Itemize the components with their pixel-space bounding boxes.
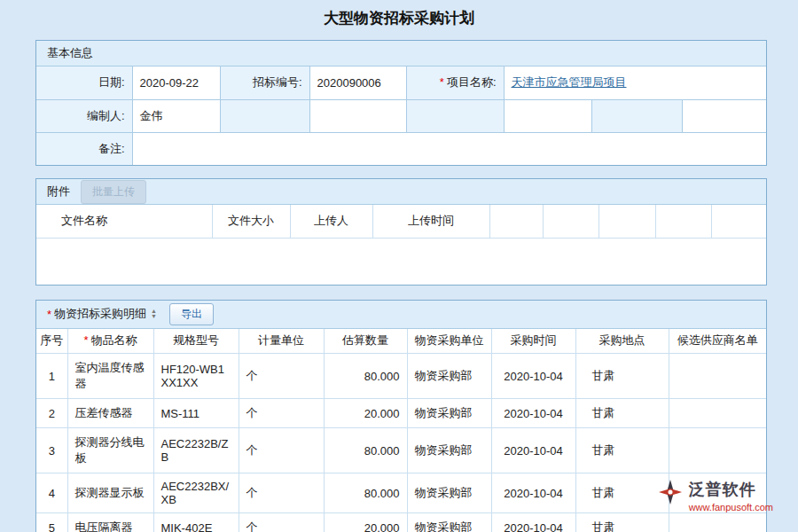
header-file-size: 文件大小 [212, 205, 290, 238]
header-upload-time: 上传时间 [372, 205, 489, 238]
cell-seq: 3 [36, 428, 67, 473]
detail-title: 物资招标采购明细 [54, 306, 146, 322]
empty-header-cell [489, 205, 543, 238]
basic-info-header: 基本信息 [36, 41, 766, 66]
cell-purchase-place: 甘肃 [575, 513, 669, 532]
header-item-name-text: 物品名称 [91, 333, 137, 347]
project-name-field: 天津市应急管理局项目 [504, 66, 766, 99]
date-label: 日期: [36, 66, 132, 99]
project-name-label-text: 项目名称: [447, 75, 497, 89]
empty-header-cell [598, 205, 655, 238]
date-field: 2020-09-22 [132, 66, 220, 99]
detail-row: 5 电压隔离器 MIK-402E 个 20.000 物资采购部 2020-10-… [36, 513, 766, 532]
detail-row: 1 室内温度传感器 HF120-WB1XX1XX 个 80.000 物资采购部 … [36, 354, 766, 399]
cell-item-name: 电压隔离器 [67, 513, 153, 532]
attachments-title: 附件 [47, 184, 70, 200]
empty-label-cell [220, 99, 309, 132]
cell-unit: 个 [239, 399, 324, 428]
empty-value-cell [682, 99, 766, 132]
bid-number-label: 招标编号: [220, 66, 309, 99]
attachments-panel: 附件 批量上传 文件名称 文件大小 上传人 上传时间 [35, 178, 767, 286]
project-name-link[interactable]: 天津市应急管理局项目 [512, 75, 627, 89]
cell-item-name: 探测器分线电板 [67, 428, 153, 473]
empty-label-cell [591, 99, 682, 132]
empty-label-cell [406, 99, 504, 132]
cell-purchase-time: 2020-10-04 [491, 473, 575, 513]
remark-label: 备注: [36, 132, 132, 165]
brand-website: www.fanpusoft.com [689, 502, 773, 512]
project-name-label: *项目名称: [406, 66, 504, 99]
cell-purchase-dept: 物资采购部 [407, 354, 491, 399]
cell-unit: 个 [239, 354, 324, 399]
header-est-qty: 估算数量 [324, 329, 407, 354]
cell-seq: 1 [36, 354, 67, 399]
cell-purchase-place: 甘肃 [575, 428, 669, 473]
cell-spec-model: MS-111 [153, 399, 239, 428]
cell-item-name: 压差传感器 [67, 399, 153, 428]
bid-number-field: 2020090006 [309, 66, 406, 99]
batch-upload-button[interactable]: 批量上传 [81, 180, 146, 204]
header-purchase-place: 采购地点 [575, 329, 669, 354]
header-purchase-time: 采购时间 [491, 329, 575, 354]
cell-seq: 4 [36, 473, 67, 513]
cell-purchase-time: 2020-10-04 [491, 399, 575, 428]
cell-purchase-place: 甘肃 [575, 354, 669, 399]
attachments-empty-area [36, 239, 766, 285]
creator-field: 金伟 [132, 99, 220, 132]
sort-down-icon: ▼ [151, 314, 157, 319]
cell-est-qty: 20.000 [324, 399, 407, 428]
cell-purchase-dept: 物资采购部 [407, 513, 491, 532]
basic-info-table: 日期: 2020-09-22 招标编号: 2020090006 *项目名称: 天… [36, 66, 766, 165]
export-button[interactable]: 导出 [169, 303, 214, 325]
cell-item-name: 探测器显示板 [67, 473, 153, 513]
cell-est-qty: 80.000 [324, 354, 407, 399]
header-item-name: *物品名称 [67, 329, 153, 354]
required-mark: * [440, 75, 444, 89]
attachments-table: 文件名称 文件大小 上传人 上传时间 [36, 205, 766, 239]
detail-header: * 物资招标采购明细 ▲▼ 导出 [36, 301, 766, 329]
page-title: 大型物资招标采购计划 [0, 0, 798, 28]
remark-field [132, 132, 766, 165]
page: 大型物资招标采购计划 基本信息 日期: 2020-09-22 招标编号: 202… [0, 0, 798, 532]
cell-spec-model: HF120-WB1XX1XX [153, 354, 239, 399]
cell-purchase-dept: 物资采购部 [407, 473, 491, 513]
cell-spec-model: AEC2232B/ZB [153, 428, 239, 473]
empty-header-cell [655, 205, 711, 238]
detail-row: 3 探测器分线电板 AEC2232B/ZB 个 80.000 物资采购部 202… [36, 428, 766, 473]
header-uploader: 上传人 [290, 205, 372, 238]
cell-purchase-time: 2020-10-04 [491, 354, 575, 399]
cell-unit: 个 [239, 513, 324, 532]
required-mark: * [83, 333, 88, 347]
cell-item-name: 室内温度传感器 [67, 354, 153, 399]
cell-purchase-time: 2020-10-04 [491, 513, 575, 532]
brand-watermark: 泛普软件 www.fanpusoft.com [657, 479, 773, 512]
empty-header-cell [543, 205, 598, 238]
empty-header-cell [711, 205, 766, 238]
cell-supplier-list [669, 513, 766, 532]
sort-icon[interactable]: ▲▼ [151, 309, 157, 319]
cell-spec-model: AEC2232BX/XB [153, 473, 239, 513]
detail-row: 2 压差传感器 MS-111 个 20.000 物资采购部 2020-10-04… [36, 399, 766, 428]
creator-label: 编制人: [36, 99, 132, 132]
header-spec-model: 规格型号 [153, 329, 239, 354]
attachments-header: 附件 批量上传 [36, 179, 766, 205]
cell-unit: 个 [239, 428, 324, 473]
cell-seq: 2 [36, 399, 67, 428]
cell-est-qty: 80.000 [324, 428, 407, 473]
empty-value-cell [504, 99, 591, 132]
basic-info-title: 基本信息 [47, 45, 93, 61]
fanpu-logo-icon [657, 479, 684, 505]
cell-supplier-list [669, 428, 766, 473]
cell-est-qty: 80.000 [324, 473, 407, 513]
cell-unit: 个 [239, 473, 324, 513]
header-purchase-dept: 物资采购单位 [407, 329, 491, 354]
header-supplier-list: 候选供应商名单 [669, 329, 766, 354]
detail-required-mark: * [47, 308, 51, 321]
header-seq: 序号 [36, 329, 67, 354]
header-unit: 计量单位 [239, 329, 324, 354]
header-file-name: 文件名称 [36, 205, 212, 238]
cell-est-qty: 20.000 [324, 513, 407, 532]
cell-purchase-dept: 物资采购部 [407, 399, 491, 428]
cell-supplier-list [669, 354, 766, 399]
cell-purchase-time: 2020-10-04 [491, 428, 575, 473]
